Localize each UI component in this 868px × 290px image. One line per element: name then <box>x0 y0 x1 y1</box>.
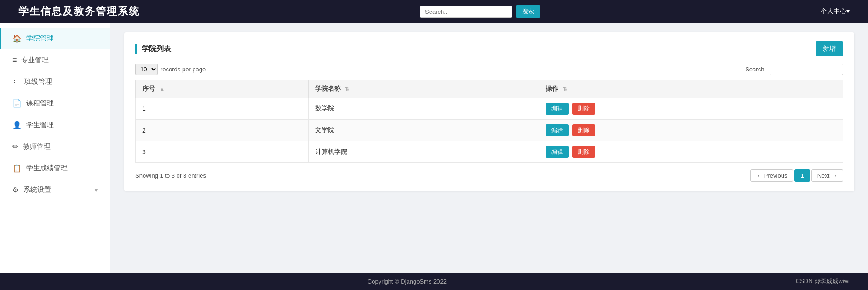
doc-icon: 📄 <box>12 99 22 108</box>
cell-name: 文学院 <box>308 120 539 141</box>
per-page-label: records per page <box>161 66 206 73</box>
content-card: 学院列表 新增 10 25 50 records per page Search… <box>124 32 854 191</box>
table-row: 2 文学院 编辑 删除 <box>136 120 843 141</box>
cell-action: 编辑 删除 <box>539 98 843 120</box>
footer-credit: CSDN @李威威wiwi <box>796 277 850 285</box>
sidebar-item-student[interactable]: 👤 学生管理 <box>0 114 110 136</box>
cell-name: 计算机学院 <box>308 141 539 163</box>
header-search-area: 搜索 <box>420 5 540 18</box>
per-page-control: 10 25 50 records per page <box>135 64 206 75</box>
sidebar-label-college: 学院管理 <box>26 34 54 43</box>
sidebar-label-course: 课程管理 <box>26 99 54 108</box>
table-row: 1 数学院 编辑 删除 <box>136 98 843 120</box>
sidebar-item-settings[interactable]: ⚙ 系统设置 ▼ <box>0 179 110 201</box>
cell-id: 1 <box>136 98 309 120</box>
pagination: ← Previous 1 Next → <box>750 169 843 182</box>
clipboard-icon: 📋 <box>12 164 22 173</box>
sidebar-item-grade[interactable]: 📋 学生成绩管理 <box>0 157 110 179</box>
delete-button[interactable]: 删除 <box>572 146 595 158</box>
cell-id: 3 <box>136 141 309 163</box>
card-header: 学院列表 新增 <box>135 41 843 56</box>
sort-icon-id: ▲ <box>160 86 165 92</box>
sidebar-label-class: 班级管理 <box>24 77 52 86</box>
sort-icon-action: ⇅ <box>563 86 567 92</box>
table-footer: Showing 1 to 3 of 3 entries ← Previous 1… <box>135 169 843 182</box>
sidebar-label-major: 专业管理 <box>21 56 49 64</box>
table-search-input[interactable] <box>770 64 843 75</box>
sort-icon-name: ⇅ <box>345 86 349 92</box>
next-button[interactable]: Next → <box>811 169 843 182</box>
sidebar-label-settings: 系统设置 <box>23 186 51 194</box>
showing-text: Showing 1 to 3 of 3 entries <box>135 172 206 179</box>
footer: Copyright © DjangoSms 2022 CSDN @李威威wiwi <box>0 273 868 290</box>
content-area: 学院列表 新增 10 25 50 records per page Search… <box>110 23 868 273</box>
add-button[interactable]: 新增 <box>816 41 843 56</box>
table-controls: 10 25 50 records per page Search: <box>135 64 843 75</box>
main-container: 🏠 学院管理 ≡ 专业管理 🏷 班级管理 📄 课程管理 👤 学生管理 ✏ 教师管… <box>0 23 868 273</box>
cell-name: 数学院 <box>308 98 539 120</box>
pencil-icon: ✏ <box>12 142 18 151</box>
cell-id: 2 <box>136 120 309 141</box>
cell-action: 编辑 删除 <box>539 141 843 163</box>
table-header-row: 序号 ▲ 学院名称 ⇅ 操作 ⇅ <box>136 80 843 98</box>
sidebar-item-teacher[interactable]: ✏ 教师管理 <box>0 136 110 157</box>
home-icon: 🏠 <box>12 34 22 43</box>
col-action: 操作 ⇅ <box>539 80 843 98</box>
chevron-down-icon: ▼ <box>93 187 99 193</box>
edit-button[interactable]: 编辑 <box>546 103 569 115</box>
sidebar: 🏠 学院管理 ≡ 专业管理 🏷 班级管理 📄 课程管理 👤 学生管理 ✏ 教师管… <box>0 23 110 273</box>
edit-button[interactable]: 编辑 <box>546 124 569 136</box>
sidebar-label-student: 学生管理 <box>26 121 54 129</box>
table-body: 1 数学院 编辑 删除 2 文学院 编辑 删除 3 计算机学院 编辑 删除 <box>136 98 843 163</box>
person-icon: 👤 <box>12 121 22 129</box>
college-table: 序号 ▲ 学院名称 ⇅ 操作 ⇅ 1 <box>135 80 843 163</box>
footer-copyright: Copyright © DjangoSms 2022 <box>368 278 447 285</box>
table-search-area: Search: <box>745 64 843 75</box>
table-row: 3 计算机学院 编辑 删除 <box>136 141 843 163</box>
col-id: 序号 ▲ <box>136 80 309 98</box>
header-search-button[interactable]: 搜索 <box>516 5 540 18</box>
sidebar-item-class[interactable]: 🏷 班级管理 <box>0 71 110 93</box>
sidebar-item-major[interactable]: ≡ 专业管理 <box>0 49 110 71</box>
tag-icon: 🏷 <box>12 78 20 86</box>
card-title: 学院列表 <box>135 44 171 54</box>
sidebar-item-college[interactable]: 🏠 学院管理 <box>0 28 110 49</box>
delete-button[interactable]: 删除 <box>572 124 595 136</box>
sidebar-label-grade: 学生成绩管理 <box>26 164 68 173</box>
search-label: Search: <box>745 66 766 73</box>
delete-button[interactable]: 删除 <box>572 103 595 115</box>
col-name: 学院名称 ⇅ <box>308 80 539 98</box>
page-1-button[interactable]: 1 <box>794 169 810 182</box>
header-search-input[interactable] <box>420 6 512 18</box>
sidebar-item-course[interactable]: 📄 课程管理 <box>0 93 110 114</box>
header: 学生信息及教务管理系统 搜索 个人中心▾ <box>0 0 868 23</box>
prev-button[interactable]: ← Previous <box>750 169 793 182</box>
gear-icon: ⚙ <box>12 186 19 194</box>
sidebar-label-teacher: 教师管理 <box>23 142 51 151</box>
list-icon: ≡ <box>12 56 17 64</box>
site-title: 学生信息及教务管理系统 <box>18 5 140 18</box>
user-menu[interactable]: 个人中心▾ <box>821 7 850 16</box>
edit-button[interactable]: 编辑 <box>546 146 569 158</box>
per-page-select[interactable]: 10 25 50 <box>135 64 158 75</box>
cell-action: 编辑 删除 <box>539 120 843 141</box>
